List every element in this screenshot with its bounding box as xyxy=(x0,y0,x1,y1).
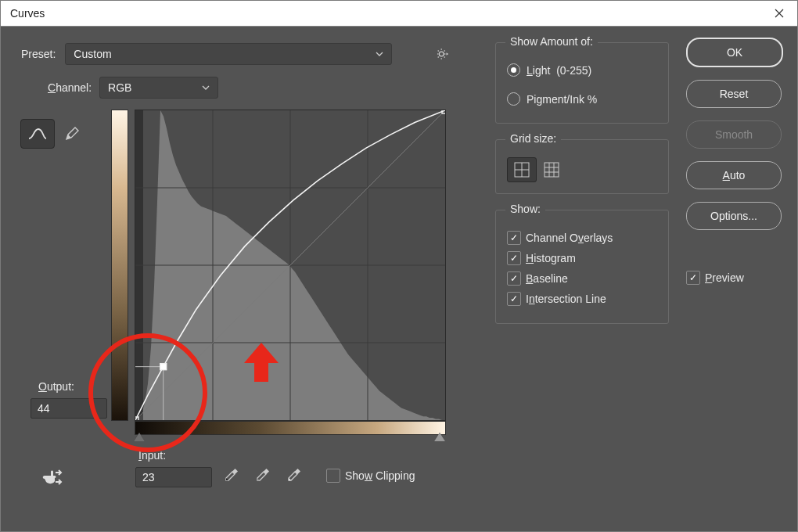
light-label: Light (0-255) xyxy=(527,64,591,77)
show-clipping-checkbox[interactable]: Show Clipping xyxy=(326,469,415,483)
svg-rect-26 xyxy=(295,469,300,474)
svg-line-7 xyxy=(438,57,439,58)
svg-rect-21 xyxy=(442,110,445,113)
histogram xyxy=(135,110,445,420)
output-gradient xyxy=(111,110,128,421)
curves-dialog: Curves Preset: Custom xyxy=(0,0,798,532)
radio-icon xyxy=(507,92,520,106)
grid-size-group: Grid size: xyxy=(495,139,669,194)
light-radio[interactable]: Light (0-255) xyxy=(507,63,657,77)
intersection-checkbox[interactable]: Intersection Line xyxy=(507,292,657,306)
close-button[interactable] xyxy=(761,1,797,26)
button-column: OK Reset Smooth Auto Options... xyxy=(686,38,783,230)
window-title: Curves xyxy=(10,7,45,20)
grid-size-legend: Grid size: xyxy=(505,132,561,145)
preview-checkbox[interactable]: Preview xyxy=(686,271,744,285)
checkbox-icon xyxy=(507,292,521,306)
auto-button[interactable]: Auto xyxy=(686,161,782,189)
svg-rect-20 xyxy=(160,364,167,370)
preview-label: Preview xyxy=(705,271,744,284)
svg-line-16 xyxy=(135,110,445,420)
svg-rect-24 xyxy=(232,469,238,474)
ok-label: OK xyxy=(727,46,742,59)
close-icon xyxy=(775,9,784,18)
svg-rect-19 xyxy=(135,417,138,420)
histogram-checkbox[interactable]: Histogram xyxy=(507,251,657,265)
channel-overlays-checkbox[interactable]: Channel Overlays xyxy=(507,231,657,245)
grid-10-icon xyxy=(544,162,559,178)
svg-point-0 xyxy=(440,52,444,56)
grid-4-icon xyxy=(514,162,530,178)
pigment-label: Pigment/Ink % xyxy=(527,93,597,106)
gray-eyedropper-button[interactable] xyxy=(250,465,275,487)
svg-rect-30 xyxy=(545,163,559,177)
curves-panel: Preset: Custom xyxy=(16,42,482,501)
black-eyedropper-button[interactable] xyxy=(218,465,243,487)
channel-overlays-label: Channel Overlays xyxy=(526,232,613,244)
chevron-down-icon xyxy=(202,81,210,94)
curve-tools xyxy=(20,119,89,149)
auto-label: Auto xyxy=(723,169,746,182)
grid-10x10-button[interactable] xyxy=(537,157,566,182)
show-legend: Show: xyxy=(505,203,545,215)
white-eyedropper-button[interactable] xyxy=(281,465,306,487)
gear-icon xyxy=(436,47,450,61)
hand-icon xyxy=(40,468,63,487)
svg-line-5 xyxy=(438,51,439,52)
channel-row: Channel: RGB xyxy=(16,77,482,99)
input-label: Input: xyxy=(138,449,166,462)
show-amount-group: Show Amount of: Light (0-255) Pigment/In… xyxy=(495,42,669,124)
channel-value: RGB xyxy=(108,81,131,94)
chevron-down-icon xyxy=(376,48,383,60)
grid-4x4-button[interactable] xyxy=(507,157,537,182)
smooth-button: Smooth xyxy=(686,120,782,149)
titlebar: Curves xyxy=(1,1,797,27)
sampler-row: Show Clipping xyxy=(218,465,415,487)
options-panel: Show Amount of: Light (0-255) Pigment/In… xyxy=(495,38,777,340)
show-clipping-label: Show Clipping xyxy=(345,469,415,482)
curve-grid[interactable] xyxy=(135,110,446,421)
pigment-radio[interactable]: Pigment/Ink % xyxy=(507,92,657,106)
preset-menu-button[interactable] xyxy=(433,44,453,64)
pencil-tool-button[interactable] xyxy=(55,119,89,149)
show-amount-legend: Show Amount of: xyxy=(505,35,598,48)
radio-icon xyxy=(507,63,520,77)
eyedropper-icon xyxy=(254,468,270,483)
checkbox-icon xyxy=(507,271,521,286)
preset-label: Preset: xyxy=(21,48,56,60)
curve-overlay xyxy=(135,110,445,420)
eyedropper-icon xyxy=(286,468,301,483)
eyedropper-icon xyxy=(223,468,239,483)
black-point-slider[interactable] xyxy=(134,433,145,441)
dialog-body: Preset: Custom xyxy=(1,27,797,531)
smooth-label: Smooth xyxy=(715,128,753,141)
svg-rect-25 xyxy=(264,469,269,474)
input-field[interactable]: 23 xyxy=(135,467,212,487)
curve-tool-button[interactable] xyxy=(20,119,55,149)
options-button[interactable]: Options... xyxy=(686,202,782,230)
channel-label: Channel: xyxy=(48,81,92,94)
svg-line-6 xyxy=(444,57,445,58)
white-point-slider[interactable] xyxy=(434,433,445,441)
svg-line-8 xyxy=(444,51,445,52)
reset-label: Reset xyxy=(720,88,749,100)
checkbox-icon xyxy=(507,231,521,245)
curves-area: Output: 44 Input: 23 xyxy=(16,110,482,501)
preset-dropdown[interactable]: Custom xyxy=(65,43,392,65)
histogram-label: Histogram xyxy=(526,252,576,264)
intersection-label: Intersection Line xyxy=(526,293,606,305)
on-image-sampler-button[interactable] xyxy=(36,466,67,489)
output-label: Output: xyxy=(38,380,74,393)
output-value: 44 xyxy=(38,402,50,415)
curve-icon xyxy=(27,126,48,142)
output-field[interactable]: 44 xyxy=(31,398,107,419)
baseline-checkbox[interactable]: Baseline xyxy=(507,271,657,286)
svg-rect-9 xyxy=(135,110,143,420)
show-group: Show: Channel Overlays Histogram Baselin… xyxy=(495,210,669,324)
baseline-label: Baseline xyxy=(526,272,568,285)
ok-button[interactable]: OK xyxy=(686,38,783,67)
options-label: Options... xyxy=(710,210,757,222)
pencil-icon xyxy=(63,125,81,142)
channel-dropdown[interactable]: RGB xyxy=(99,77,218,99)
reset-button[interactable]: Reset xyxy=(686,80,782,108)
